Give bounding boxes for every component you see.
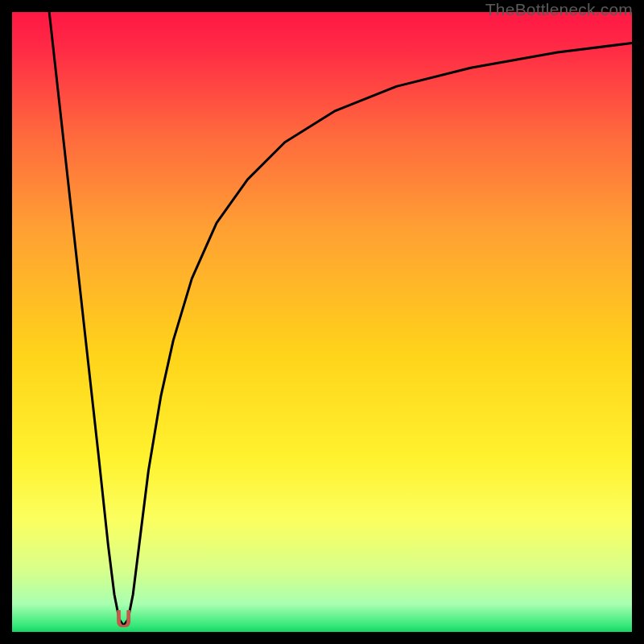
chart-svg: [12, 12, 632, 632]
gradient-background: [12, 12, 632, 632]
watermark-text: TheBottleneck.com: [485, 0, 633, 19]
chart-plot-area: [12, 12, 632, 632]
chart-frame: TheBottleneck.com: [0, 0, 644, 644]
